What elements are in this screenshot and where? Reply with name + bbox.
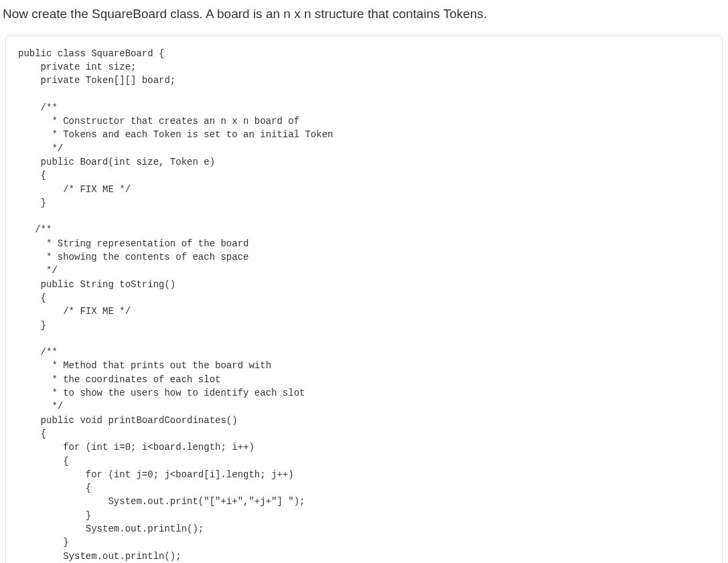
code-container: public class SquareBoard { private int s… [5,35,723,563]
code-block: public class SquareBoard { private int s… [18,47,710,563]
instruction-text: Now create the SquareBoard class. A boar… [0,0,728,35]
